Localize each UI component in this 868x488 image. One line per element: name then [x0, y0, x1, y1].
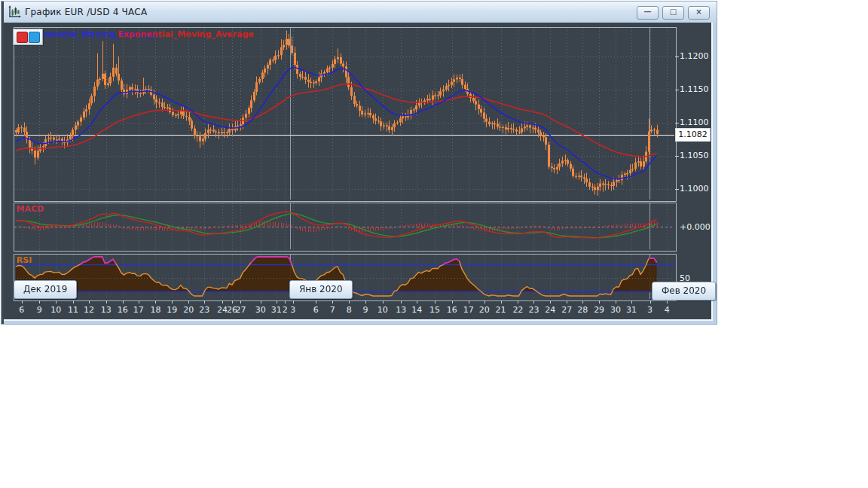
time-axis-label: 8 [347, 305, 352, 315]
time-axis-tick [501, 300, 502, 303]
time-axis-label: 24 [545, 305, 555, 315]
legend-ma-slow-label: Exponential_Moving_Average [118, 29, 254, 39]
window-controls: — □ × [637, 6, 710, 20]
time-axis-label: 13 [101, 305, 112, 315]
time-axis-label: 27 [561, 305, 572, 315]
time-axis-tick [484, 300, 485, 303]
time-axis-label: 17 [463, 305, 474, 315]
price-axis-tick [675, 56, 679, 57]
time-axis-label: 20 [183, 305, 194, 315]
time-axis-tick [22, 300, 23, 303]
time-axis-label: 31 [271, 305, 282, 315]
time-axis-label: 10 [50, 305, 61, 315]
close-button[interactable]: × [688, 6, 710, 20]
time-axis-tick [518, 300, 518, 303]
macd-label: MACD [17, 204, 44, 214]
time-axis-label: 23 [528, 305, 539, 315]
price-chart-canvas[interactable] [14, 28, 674, 200]
time-axis-label: 17 [133, 305, 144, 315]
chart-window: График EUR /USD 4 ЧАСА — □ × Exponential… [1, 1, 717, 325]
window-title: График EUR /USD 4 ЧАСА [25, 7, 147, 17]
time-axis-tick [469, 300, 469, 303]
chart-client-area: Exponential_Moving_Average Exponential_M… [4, 23, 713, 321]
time-axis-tick [332, 300, 333, 303]
time-axis-tick [349, 300, 350, 303]
price-axis-label: 1.1050 [680, 150, 713, 162]
blue-indicator-button[interactable] [29, 32, 40, 43]
time-axis-tick [383, 300, 384, 303]
price-axis-label: 1.1000 [680, 183, 713, 195]
time-axis-label: 9 [37, 305, 42, 315]
time-axis-tick [616, 300, 616, 303]
candlestick-chart-icon [8, 5, 21, 19]
time-axis-label: 6 [313, 305, 319, 315]
red-indicator-button[interactable] [17, 32, 28, 43]
time-axis-label: 28 [577, 305, 588, 315]
window-left-edge [2, 2, 4, 324]
price-axis-tick [675, 123, 679, 124]
time-axis-tick [89, 300, 90, 303]
time-axis-label: 21 [496, 305, 506, 315]
time-axis-tick [285, 300, 286, 303]
time-axis-tick [452, 300, 453, 303]
price-chart-panel [14, 27, 677, 202]
price-axis-label: 1.1100 [680, 117, 713, 129]
minimize-button[interactable]: — [637, 6, 659, 20]
time-axis-label: 24 [217, 305, 228, 315]
period-box-jan-2020[interactable]: Янв 2020 [289, 280, 353, 299]
time-axis-tick [123, 300, 124, 303]
time-axis-tick [417, 300, 417, 303]
time-axis-tick [139, 300, 139, 303]
time-axis-tick [650, 300, 651, 303]
maximize-button[interactable]: □ [662, 6, 684, 20]
time-axis-label: 16 [447, 305, 457, 315]
time-axis-label: 3 [647, 305, 653, 315]
time-axis-tick [56, 300, 57, 303]
time-axis-tick [567, 300, 567, 303]
time-axis-label: 29 [594, 305, 604, 315]
desktop-background: График EUR /USD 4 ЧАСА — □ × Exponential… [0, 0, 868, 488]
time-axis-tick [316, 300, 316, 303]
time-axis-tick [435, 300, 436, 303]
time-axis: 6910111213161718192023242627303123678910… [4, 305, 711, 317]
rsi-label: RSI [17, 255, 32, 265]
price-axis-label: 1.1200 [680, 50, 713, 63]
time-axis-label: 30 [255, 305, 266, 315]
time-axis-tick [106, 300, 107, 303]
time-axis-label: 2 [283, 305, 288, 315]
time-axis-label: 16 [118, 305, 128, 315]
time-axis-label: 31 [626, 305, 637, 315]
indicator-button-box [13, 29, 43, 45]
time-axis-tick [155, 300, 156, 303]
time-axis-label: 27 [235, 305, 246, 315]
time-axis-label: 11 [68, 305, 78, 315]
time-axis-tick [39, 300, 40, 303]
time-axis-tick [599, 300, 600, 303]
time-axis-tick [277, 300, 277, 303]
time-axis-tick [631, 300, 632, 303]
time-axis-tick [293, 300, 294, 303]
price-axis-tick [675, 156, 679, 157]
macd-zero-label: +0.000 [680, 221, 711, 233]
time-axis-label: 9 [363, 305, 368, 315]
time-axis-tick [667, 300, 668, 303]
time-axis-label: 18 [150, 305, 160, 315]
time-axis-tick [401, 300, 402, 303]
period-box-feb-2020[interactable]: Фев 2020 [652, 282, 716, 300]
time-axis-tick [550, 300, 551, 303]
time-axis-tick [232, 300, 233, 303]
time-axis-label: 23 [199, 305, 209, 315]
time-axis-tick [365, 300, 366, 303]
current-price-box: 1.1082 [675, 128, 711, 142]
time-axis-tick [240, 300, 241, 303]
period-box-dec-2019[interactable]: Дек 2019 [14, 280, 77, 299]
title-bar[interactable]: График EUR /USD 4 ЧАСА — □ × [2, 2, 717, 23]
macd-canvas[interactable] [14, 203, 674, 249]
time-axis-label: 22 [512, 305, 523, 315]
time-axis-label: 13 [396, 305, 406, 315]
time-axis-tick [73, 300, 74, 303]
time-axis-label: 20 [479, 305, 490, 315]
time-axis-tick [204, 300, 205, 303]
macd-panel: MACD [14, 203, 677, 252]
price-axis-tick [675, 189, 679, 190]
